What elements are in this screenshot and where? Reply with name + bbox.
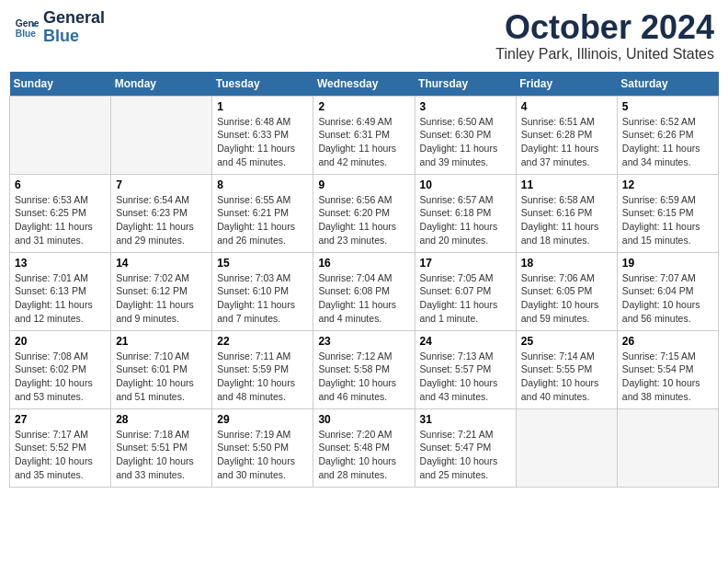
calendar-day-cell: 11 Sunrise: 6:58 AMSunset: 6:16 PMDaylig… <box>516 174 617 252</box>
weekday-header: Monday <box>111 72 212 97</box>
weekday-header: Friday <box>516 72 617 97</box>
day-number: 8 <box>217 178 308 191</box>
calendar-day-cell: 19 Sunrise: 7:07 AMSunset: 6:04 PMDaylig… <box>617 252 718 330</box>
calendar-day-cell: 15 Sunrise: 7:03 AMSunset: 6:10 PMDaylig… <box>212 252 313 330</box>
weekday-header: Saturday <box>617 72 718 97</box>
calendar-day-cell: 5 Sunrise: 6:52 AMSunset: 6:26 PMDayligh… <box>617 96 718 174</box>
day-number: 19 <box>622 257 713 270</box>
day-info: Sunrise: 6:59 AMSunset: 6:15 PMDaylight:… <box>622 193 713 247</box>
calendar-day-cell: 25 Sunrise: 7:14 AMSunset: 5:55 PMDaylig… <box>516 330 617 408</box>
weekday-header: Sunday <box>10 72 111 97</box>
calendar-day-cell: 2 Sunrise: 6:49 AMSunset: 6:31 PMDayligh… <box>313 96 415 174</box>
calendar-day-cell: 9 Sunrise: 6:56 AMSunset: 6:20 PMDayligh… <box>313 174 415 252</box>
calendar-day-cell: 28 Sunrise: 7:18 AMSunset: 5:51 PMDaylig… <box>111 408 212 487</box>
calendar-day-cell: 27 Sunrise: 7:17 AMSunset: 5:52 PMDaylig… <box>10 408 111 487</box>
calendar-day-cell: 8 Sunrise: 6:55 AMSunset: 6:21 PMDayligh… <box>212 174 313 252</box>
day-number: 17 <box>420 257 511 270</box>
calendar-day-cell: 18 Sunrise: 7:06 AMSunset: 6:05 PMDaylig… <box>516 252 617 330</box>
calendar-day-cell <box>10 96 111 174</box>
calendar-day-cell: 14 Sunrise: 7:02 AMSunset: 6:12 PMDaylig… <box>111 252 212 330</box>
day-info: Sunrise: 7:15 AMSunset: 5:54 PMDaylight:… <box>622 350 713 404</box>
day-number: 21 <box>116 335 207 348</box>
page-header: General Blue General Blue October 2024 T… <box>9 9 719 63</box>
calendar-day-cell: 4 Sunrise: 6:51 AMSunset: 6:28 PMDayligh… <box>516 96 617 174</box>
day-number: 26 <box>622 335 713 348</box>
day-number: 24 <box>420 335 511 348</box>
day-number: 23 <box>318 335 409 348</box>
calendar-day-cell: 3 Sunrise: 6:50 AMSunset: 6:30 PMDayligh… <box>415 96 516 174</box>
day-number: 25 <box>521 335 612 348</box>
day-info: Sunrise: 7:14 AMSunset: 5:55 PMDaylight:… <box>521 350 612 404</box>
day-info: Sunrise: 7:01 AMSunset: 6:13 PMDaylight:… <box>15 271 106 326</box>
svg-text:General: General <box>16 18 40 29</box>
day-number: 1 <box>217 100 308 113</box>
calendar-day-cell: 6 Sunrise: 6:53 AMSunset: 6:25 PMDayligh… <box>10 174 111 252</box>
calendar-week-row: 13 Sunrise: 7:01 AMSunset: 6:13 PMDaylig… <box>10 252 719 330</box>
calendar-day-cell: 16 Sunrise: 7:04 AMSunset: 6:08 PMDaylig… <box>313 252 415 330</box>
day-info: Sunrise: 7:20 AMSunset: 5:48 PMDaylight:… <box>318 428 409 482</box>
day-info: Sunrise: 7:05 AMSunset: 6:07 PMDaylight:… <box>420 271 511 326</box>
calendar-day-cell: 30 Sunrise: 7:20 AMSunset: 5:48 PMDaylig… <box>313 408 415 487</box>
day-number: 30 <box>318 413 409 426</box>
day-info: Sunrise: 7:04 AMSunset: 6:08 PMDaylight:… <box>318 271 409 326</box>
logo-text: General Blue <box>43 9 105 46</box>
calendar-day-cell: 10 Sunrise: 6:57 AMSunset: 6:18 PMDaylig… <box>415 174 516 252</box>
calendar-day-cell: 21 Sunrise: 7:10 AMSunset: 6:01 PMDaylig… <box>111 330 212 408</box>
day-info: Sunrise: 7:06 AMSunset: 6:05 PMDaylight:… <box>521 271 612 326</box>
day-info: Sunrise: 6:51 AMSunset: 6:28 PMDaylight:… <box>521 115 612 169</box>
day-number: 22 <box>217 335 308 348</box>
day-number: 6 <box>15 178 106 191</box>
calendar-day-cell: 12 Sunrise: 6:59 AMSunset: 6:15 PMDaylig… <box>617 174 718 252</box>
day-number: 13 <box>15 257 106 270</box>
day-info: Sunrise: 6:57 AMSunset: 6:18 PMDaylight:… <box>420 193 511 247</box>
calendar-day-cell: 22 Sunrise: 7:11 AMSunset: 5:59 PMDaylig… <box>212 330 313 408</box>
day-number: 28 <box>116 413 207 426</box>
calendar-day-cell: 26 Sunrise: 7:15 AMSunset: 5:54 PMDaylig… <box>617 330 718 408</box>
location: Tinley Park, Illinois, United States <box>495 46 714 63</box>
day-number: 29 <box>217 413 308 426</box>
day-info: Sunrise: 7:17 AMSunset: 5:52 PMDaylight:… <box>15 428 106 482</box>
day-number: 18 <box>521 257 612 270</box>
day-info: Sunrise: 6:53 AMSunset: 6:25 PMDaylight:… <box>15 193 106 247</box>
day-info: Sunrise: 7:19 AMSunset: 5:50 PMDaylight:… <box>217 428 308 482</box>
calendar-day-cell <box>617 408 718 487</box>
month-title: October 2024 <box>495 9 714 46</box>
svg-text:Blue: Blue <box>16 29 37 39</box>
day-info: Sunrise: 7:02 AMSunset: 6:12 PMDaylight:… <box>116 271 207 326</box>
calendar-day-cell: 31 Sunrise: 7:21 AMSunset: 5:47 PMDaylig… <box>415 408 516 487</box>
calendar-day-cell: 7 Sunrise: 6:54 AMSunset: 6:23 PMDayligh… <box>111 174 212 252</box>
day-info: Sunrise: 6:52 AMSunset: 6:26 PMDaylight:… <box>622 115 713 169</box>
day-number: 9 <box>318 178 409 191</box>
calendar-week-row: 20 Sunrise: 7:08 AMSunset: 6:02 PMDaylig… <box>10 330 719 408</box>
day-number: 5 <box>622 100 713 113</box>
calendar-day-cell: 1 Sunrise: 6:48 AMSunset: 6:33 PMDayligh… <box>212 96 313 174</box>
day-number: 16 <box>318 257 409 270</box>
calendar-day-cell <box>111 96 212 174</box>
day-info: Sunrise: 6:48 AMSunset: 6:33 PMDaylight:… <box>217 115 308 169</box>
day-number: 3 <box>420 100 511 113</box>
day-number: 10 <box>420 178 511 191</box>
day-info: Sunrise: 7:21 AMSunset: 5:47 PMDaylight:… <box>420 428 511 482</box>
calendar-day-cell: 23 Sunrise: 7:12 AMSunset: 5:58 PMDaylig… <box>313 330 415 408</box>
weekday-header: Tuesday <box>212 72 313 97</box>
day-number: 7 <box>116 178 207 191</box>
day-number: 27 <box>15 413 106 426</box>
title-block: October 2024 Tinley Park, Illinois, Unit… <box>495 9 714 63</box>
calendar-day-cell: 17 Sunrise: 7:05 AMSunset: 6:07 PMDaylig… <box>415 252 516 330</box>
day-info: Sunrise: 7:07 AMSunset: 6:04 PMDaylight:… <box>622 271 713 326</box>
day-info: Sunrise: 7:12 AMSunset: 5:58 PMDaylight:… <box>318 350 409 404</box>
calendar-week-row: 1 Sunrise: 6:48 AMSunset: 6:33 PMDayligh… <box>10 96 719 174</box>
weekday-header: Wednesday <box>313 72 415 97</box>
calendar-week-row: 6 Sunrise: 6:53 AMSunset: 6:25 PMDayligh… <box>10 174 719 252</box>
day-number: 11 <box>521 178 612 191</box>
day-number: 31 <box>420 413 511 426</box>
calendar-table: SundayMondayTuesdayWednesdayThursdayFrid… <box>9 72 719 488</box>
weekday-header: Thursday <box>415 72 516 97</box>
day-number: 2 <box>318 100 409 113</box>
day-number: 20 <box>15 335 106 348</box>
day-info: Sunrise: 7:11 AMSunset: 5:59 PMDaylight:… <box>217 350 308 404</box>
calendar-day-cell: 24 Sunrise: 7:13 AMSunset: 5:57 PMDaylig… <box>415 330 516 408</box>
day-info: Sunrise: 7:13 AMSunset: 5:57 PMDaylight:… <box>420 350 511 404</box>
calendar-week-row: 27 Sunrise: 7:17 AMSunset: 5:52 PMDaylig… <box>10 408 719 487</box>
calendar-day-cell <box>516 408 617 487</box>
